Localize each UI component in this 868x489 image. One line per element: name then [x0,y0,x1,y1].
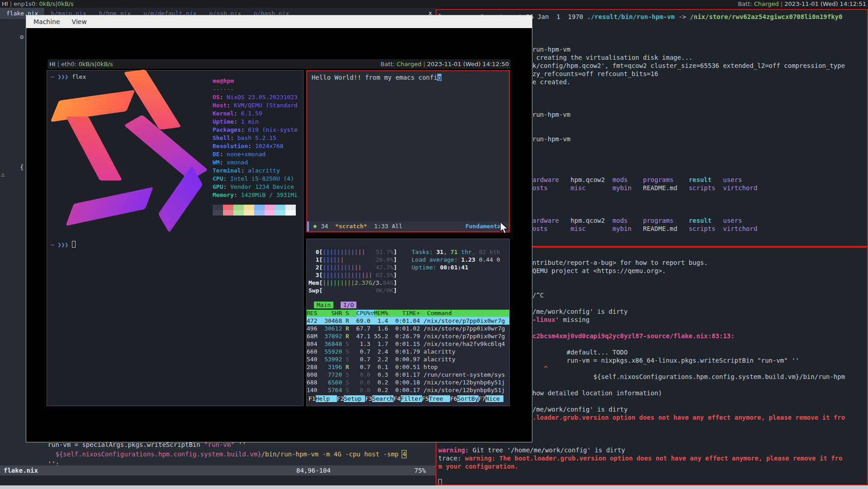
terminal-line: #default... TODO [532,348,867,356]
fetch-line: CPU: Intel i5-8250U (4) [213,175,298,183]
palette-swatch [244,205,254,210]
modeline-accent-bar [307,221,309,231]
palette-swatch [223,205,233,210]
process-row: 808 7720 S 0.0 0.3 0:01.17 /run/current-… [307,371,509,379]
fetch-line: Kernel: 6.1.59 [213,110,298,118]
text-fragment: { [20,163,24,171]
terminal-line: k/config/hpm.qcow2', fmt=qcow2 cluster_s… [532,62,867,70]
htop-tabs[interactable]: Main I/O [314,302,356,308]
desktop: HI | enp1s0: 0kB/s|0kB/s Batt: Charged |… [0,0,868,489]
fn-label-Filter[interactable]: Filter [401,395,422,402]
fn-label-Setup[interactable]: Setup [344,395,365,402]
modeline-filename: flake.nix [4,465,38,475]
fn-key-F1[interactable]: F1 [308,395,316,402]
fn-label-SortBy[interactable]: SortBy [457,395,479,402]
fn-key-F3[interactable]: F3 [365,395,372,402]
fn-key-F4[interactable]: F4 [394,395,401,402]
terminal-line: run-hpm-vm [532,45,867,53]
qemu-window[interactable]: Machine View HI | eth0: 0kB/s|0kB/s Batt… [26,15,532,442]
process-row: 496 30612 R 67.7 1.6 0:01.02 /nix/store/… [307,325,509,332]
terminal-line: creating the virtualisation disk image..… [532,53,867,62]
terminal-line: /me/work/config' is dirty [532,307,867,316]
fetch-line: DE: none+xmonad [213,150,298,158]
fetch-line: Resolution: 1024x768 [213,142,298,150]
palette-swatch [254,205,265,210]
htop-meter: 1[|||||| 26.0%] [308,256,397,264]
palette-swatch [244,210,254,216]
modeline-status-dot: ● [313,221,317,231]
htop-process-table[interactable]: 472 30468 R 69.0 1.4 0:01.04 /nix/store/… [307,317,509,394]
fn-label-Search[interactable]: Search [372,395,394,402]
fn-key-F6[interactable]: F6 [450,395,457,402]
nixos-logo [51,84,213,234]
fn-label-Nice[interactable]: Nice [485,395,503,402]
palette-swatch [265,205,275,210]
status-bar-network: HI | enp1s0: 0kB/s|0kB/s [2,0,74,8]
terminal-line: run-vm = nixpkgs.x86_64-linux.pkgs.write… [532,356,867,364]
terminal-line: m your configuration. [438,462,867,470]
fetch-line: OS: NixOS 23.05.20231023 [213,93,298,101]
modeline-line-number: 34 [321,221,328,231]
emacs-modeline: flake.nix 84,96-104 75% [0,465,436,475]
fetch-line: Memory: 1420MiB / 3931Mi [213,191,298,199]
htop-cpu-memory-meters: 0[|||||||||||| 51.7%] 1[|||||| 26.0%] 2[… [308,248,397,294]
vm-htop-window[interactable]: 0[|||||||||||| 51.7%] 1[|||||| 26.0%] 2[… [306,239,510,406]
terminal-cursor [72,241,76,248]
fn-label-Tree[interactable]: Tree [429,395,450,402]
flake-nix-code[interactable]: run-vm = specialArgs.pkgs.writeScriptBin… [25,440,406,469]
menu-view[interactable]: View [72,18,87,25]
terminal-line: c2bcsm4xmj0vd0capi9q2yc0yzl87-source/fla… [532,332,867,340]
bottom-edge-strip [0,485,868,489]
terminal-line: run-hpm-vm [532,110,867,119]
palette-swatch [233,205,244,210]
fn-key-F2[interactable]: F2 [337,395,344,402]
htop-summary-line: Tasks: 31, 71 thr, 82 kth [412,248,500,256]
nixos-logo-arm [66,187,153,226]
emacs-cursor: g [437,74,441,81]
palette-swatch [275,210,285,216]
fn-key-F5[interactable]: F5 [422,395,429,402]
modeline-major-mode: Fundamental [465,221,504,231]
vm-status-network: HI | eth0: 0kB/s|0kB/s [49,59,113,69]
modeline-percent: 75% [414,465,426,475]
terminal-line: run-hpm-vm [532,135,867,143]
vm-display[interactable]: HI | eth0: 0kB/s|0kB/s Batt: Charged | 2… [26,28,532,442]
terminal-line: -linux' missing [532,316,867,324]
terminal-line: ${self.nixosConfigurations.hpm.config.sy… [532,373,867,381]
palette-swatch [285,210,296,216]
status-bar-battery-clock: Batt: Charged | 2023-11-01 (Wed) 14:12:5… [738,0,866,8]
terminal-line [438,470,867,479]
spacer [367,221,374,231]
mouse-cursor [499,222,510,235]
terminal-line: ardware hpm.qcow2 mods programs result u… [532,176,867,184]
htop-meter: Swp[ 0K/0K] [308,287,397,294]
shell-prompt[interactable]: ~ ❯❯❯ [51,241,76,249]
terminal-cursor [438,479,442,484]
palette-swatch [265,210,275,216]
terminal-line: /^C [532,291,867,299]
fn-key-F7[interactable]: F7 [479,395,486,402]
palette-swatch [233,210,244,216]
fetch-line: me@hpm [213,77,298,85]
fetch-line: WM: xmonad [213,158,298,167]
spacer [328,221,335,231]
fetch-line: Packages: 619 (nix-syste [213,126,298,134]
terminal-line: QEMU project at <https://qemu.org>. [532,267,867,275]
htop-tab-Main[interactable]: Main [314,302,333,308]
htop-tab-I/O[interactable]: I/O [341,302,356,308]
vm-status-bar: HI | eth0: 0kB/s|0kB/s Batt: Charged | 2… [47,59,511,69]
htop-table-header[interactable]: RES SHR S CPU%▽MEM% TIME+ Command [307,310,509,317]
vm-terminal-fetch[interactable]: ~ ❯❯❯ flex me@hpm------OS: NixOS 23.05.2… [47,70,304,406]
htop-meter: 0[|||||||||||| 51.7%] [308,248,397,256]
htop-function-key-bar[interactable]: F1Help F2Setup F3SearchF4FilterF5Tree F6… [308,395,503,403]
terminal-line: e created. [532,78,867,86]
fn-label-Help[interactable]: Help [316,395,337,402]
terminal-line: /me/work/config' is dirty [532,405,867,413]
vm-status-battery-clock: Batt: Charged | 2023-11-01 (Wed) 14:12:5… [380,59,509,69]
fetch-info: me@hpm------OS: NixOS 23.05.20231023Host… [213,77,298,199]
process-row: 688 6560 S 0.0 0.2 0:00.18 /nix/store/12… [307,379,509,386]
palette-swatch [213,205,223,210]
menu-machine[interactable]: Machine [33,18,60,25]
vm-emacs-window[interactable]: Hello World!! from my emacs config ● 34 … [306,70,510,232]
process-row: 288 3196 R 0.7 0.1 0:00.51 htop [307,363,509,371]
